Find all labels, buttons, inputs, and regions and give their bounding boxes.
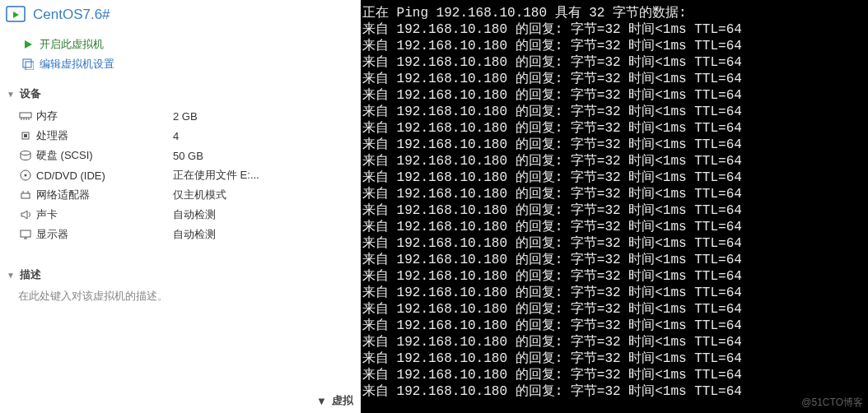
- device-value: 自动检测: [173, 227, 351, 242]
- vm-tab-icon: [5, 5, 28, 25]
- device-value: 自动检测: [173, 207, 351, 222]
- caret-down-icon: ▼: [7, 90, 15, 99]
- svg-point-14: [25, 174, 27, 177]
- device-value: 仅主机模式: [173, 188, 351, 202]
- vm-summary-panel: CentOS7.6# 开启此虚拟机 编辑虚拟机设置 ▼ 设备 内存2 GB处理器: [0, 0, 361, 413]
- device-value: 4: [173, 130, 351, 142]
- device-row-disk[interactable]: 硬盘 (SCSI)50 GB: [7, 146, 354, 165]
- device-value: 50 GB: [173, 150, 351, 162]
- device-row-display[interactable]: 显示器自动检测: [7, 225, 354, 244]
- disk-icon: [18, 149, 33, 162]
- power-on-vm-link[interactable]: 开启此虚拟机: [21, 37, 361, 52]
- play-icon: [21, 38, 35, 51]
- device-label: 处理器: [33, 128, 173, 143]
- caret-down-icon: ▼: [316, 395, 327, 407]
- terminal-output: 正在 Ping 192.168.10.180 具有 32 字节的数据: 来自 1…: [362, 5, 866, 400]
- vm-tab-header[interactable]: CentOS7.6#: [0, 0, 361, 34]
- memory-icon: [18, 109, 33, 123]
- console-terminal[interactable]: 正在 Ping 192.168.10.180 具有 32 字节的数据: 来自 1…: [361, 0, 868, 413]
- device-label: CD/DVD (IDE): [33, 169, 173, 182]
- svg-marker-1: [13, 12, 19, 18]
- device-row-sound[interactable]: 声卡自动检测: [7, 205, 354, 225]
- svg-rect-4: [26, 62, 34, 70]
- vm-details-section-header[interactable]: ▼ 虚拟: [316, 393, 353, 408]
- description-section-header[interactable]: ▼ 描述: [7, 264, 354, 287]
- cd-icon: [18, 169, 33, 182]
- watermark-text: @51CTO博客: [801, 394, 863, 411]
- vm-details-section-label: 虚拟: [332, 393, 353, 408]
- svg-marker-2: [25, 40, 32, 49]
- svg-rect-15: [21, 193, 30, 198]
- device-label: 网络适配器: [33, 188, 173, 202]
- device-label: 显示器: [33, 227, 173, 242]
- power-on-label: 开启此虚拟机: [40, 37, 104, 52]
- svg-rect-11: [24, 134, 27, 137]
- settings-edit-icon: [21, 58, 35, 71]
- device-list: 内存2 GB处理器4硬盘 (SCSI)50 GBCD/DVD (IDE)正在使用…: [7, 106, 354, 244]
- cpu-icon: [18, 129, 33, 142]
- svg-rect-19: [21, 230, 30, 237]
- svg-marker-18: [21, 211, 27, 219]
- device-row-cd[interactable]: CD/DVD (IDE)正在使用文件 E:...: [7, 165, 354, 185]
- caret-down-icon: ▼: [7, 271, 15, 280]
- svg-rect-3: [23, 59, 31, 67]
- sound-icon: [18, 208, 33, 221]
- description-placeholder[interactable]: 在此处键入对该虚拟机的描述。: [7, 287, 354, 304]
- svg-point-12: [21, 151, 30, 155]
- description-section-label: 描述: [20, 267, 41, 282]
- device-value: 2 GB: [173, 110, 351, 123]
- device-label: 声卡: [33, 207, 173, 222]
- display-icon: [18, 228, 33, 241]
- edit-vm-settings-link[interactable]: 编辑虚拟机设置: [21, 57, 361, 72]
- device-row-cpu[interactable]: 处理器4: [7, 126, 354, 146]
- device-value: 正在使用文件 E:...: [173, 168, 351, 183]
- device-row-net[interactable]: 网络适配器仅主机模式: [7, 185, 354, 205]
- vm-title[interactable]: CentOS7.6#: [33, 7, 110, 23]
- net-icon: [18, 188, 33, 202]
- device-row-memory[interactable]: 内存2 GB: [7, 106, 354, 126]
- edit-settings-label: 编辑虚拟机设置: [40, 57, 114, 72]
- device-label: 内存: [33, 109, 173, 123]
- devices-section-label: 设备: [20, 86, 41, 101]
- svg-rect-5: [20, 113, 31, 118]
- devices-section-header[interactable]: ▼ 设备: [7, 83, 354, 106]
- device-label: 硬盘 (SCSI): [33, 148, 173, 163]
